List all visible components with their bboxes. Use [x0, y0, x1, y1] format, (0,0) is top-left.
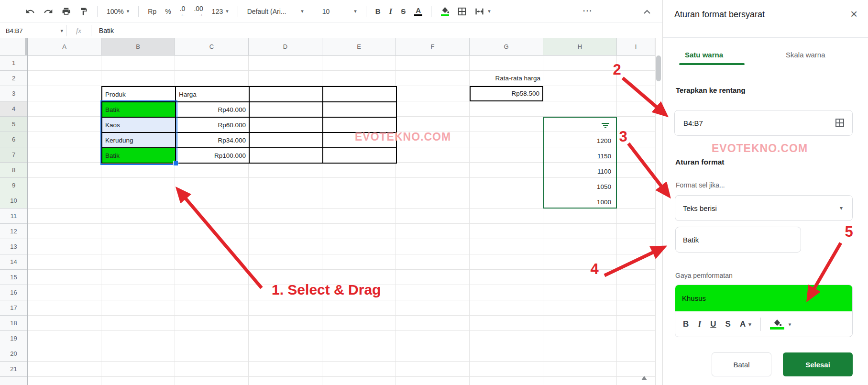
italic-button[interactable]: I — [389, 7, 393, 16]
bold-button[interactable]: B — [683, 319, 689, 329]
fill-color-button[interactable] — [770, 319, 784, 330]
cell-d6[interactable] — [249, 132, 323, 148]
tab-satu-warna[interactable]: Satu warna — [685, 51, 723, 59]
done-button[interactable]: Selesai — [783, 352, 853, 376]
cell-d7[interactable] — [249, 148, 323, 163]
merge-cells-button[interactable] — [475, 7, 484, 16]
cell-h9[interactable]: 1050 — [544, 179, 616, 194]
column-header-h[interactable]: H — [543, 38, 617, 55]
strikethrough-button[interactable]: S — [725, 319, 731, 329]
number-format-menu[interactable]: 123 ▾ — [212, 8, 229, 15]
row-header-13[interactable]: 13 — [0, 239, 27, 254]
row-header-8[interactable]: 8 — [0, 163, 27, 178]
row-header-7[interactable]: 7 — [0, 147, 27, 163]
row-header-19[interactable]: 19 — [0, 331, 27, 346]
underline-button[interactable]: U — [710, 319, 716, 329]
more-toolbar-options[interactable]: ⋯ — [582, 5, 593, 16]
cell-d4[interactable] — [249, 102, 323, 117]
cell-g3[interactable]: Rp58.500 — [470, 86, 543, 101]
cell-b6[interactable]: Kerudung — [102, 132, 176, 148]
cell-b5[interactable]: Kaos — [102, 117, 176, 132]
zoom-select[interactable]: 100% ▾ — [107, 8, 129, 15]
row-header-6[interactable]: 6 — [0, 132, 27, 147]
cell-h8[interactable]: 1100 — [544, 164, 616, 179]
text-color-button[interactable]: A — [414, 7, 422, 16]
column-header-d[interactable]: D — [249, 38, 322, 55]
row-header-14[interactable]: 14 — [0, 254, 27, 270]
italic-button[interactable]: I — [698, 319, 701, 330]
scroll-up-icon[interactable] — [641, 376, 647, 380]
strikethrough-button[interactable]: S — [401, 7, 406, 15]
cell-e4[interactable] — [323, 102, 396, 117]
vertical-scrollbar[interactable] — [655, 38, 662, 385]
cancel-button[interactable]: Batal — [712, 352, 771, 376]
borders-button[interactable] — [458, 7, 466, 16]
collapse-toolbar-icon[interactable] — [643, 8, 651, 16]
row-header-3[interactable]: 3 — [0, 86, 27, 101]
text-color-button[interactable]: A ▾ — [740, 319, 751, 329]
column-header-e[interactable]: E — [322, 38, 396, 55]
row-header-12[interactable]: 12 — [0, 224, 27, 239]
row-header-2[interactable]: 2 — [0, 71, 27, 86]
condition-text-input[interactable]: Batik — [675, 227, 801, 253]
condition-dropdown[interactable]: Teks berisi ▾ — [675, 195, 853, 221]
font-size-select[interactable]: 10 ▾ — [322, 8, 357, 15]
row-header-4[interactable]: 4 — [0, 101, 27, 117]
close-icon[interactable]: × — [850, 8, 857, 20]
undo-icon[interactable] — [25, 7, 35, 16]
row-header-20[interactable]: 20 — [0, 346, 27, 362]
row-header-17[interactable]: 17 — [0, 300, 27, 316]
fill-color-button[interactable] — [441, 7, 449, 16]
row-header-21[interactable]: 21 — [0, 362, 27, 377]
fill-handle[interactable] — [173, 161, 178, 166]
column-header-g[interactable]: G — [470, 38, 543, 55]
cell-c3[interactable]: Harga — [176, 87, 249, 102]
row-header-10[interactable]: 10 — [0, 193, 27, 209]
bold-button[interactable]: B — [375, 7, 381, 15]
currency-format-button[interactable]: Rp — [148, 8, 156, 15]
cell-e3[interactable] — [323, 87, 396, 102]
decrease-decimal-button[interactable]: .0 ← — [180, 6, 186, 17]
row-header-11[interactable]: 11 — [0, 209, 27, 224]
filtered-range[interactable]: 1200 1150 1100 1050 1000 — [543, 117, 617, 209]
select-range-icon[interactable] — [835, 118, 845, 128]
column-header-c[interactable]: C — [175, 38, 249, 55]
row-header-1[interactable]: 1 — [0, 55, 27, 71]
cell-b7[interactable]: Batik — [102, 148, 176, 163]
column-header-i[interactable]: I — [617, 38, 655, 55]
select-all-corner[interactable] — [0, 38, 28, 55]
cell-e7[interactable] — [323, 148, 396, 163]
name-box[interactable]: B4:B7 ▾ — [0, 27, 63, 34]
row-header-9[interactable]: 9 — [0, 178, 27, 193]
formula-bar-input[interactable]: Batik — [99, 27, 114, 34]
row-header-15[interactable]: 15 — [0, 270, 27, 285]
print-icon[interactable] — [62, 7, 71, 16]
row-header-5[interactable]: 5 — [0, 117, 27, 132]
tab-skala-warna[interactable]: Skala warna — [786, 51, 825, 59]
row-header-18[interactable]: 18 — [0, 316, 27, 331]
column-header-a[interactable]: A — [28, 38, 101, 55]
cell-b4[interactable]: Batik — [102, 102, 176, 117]
range-input[interactable]: B4:B7 — [674, 110, 853, 136]
column-header-b[interactable]: B — [101, 38, 175, 55]
cell-c4[interactable]: Rp40.000 — [176, 102, 249, 117]
cell-h6[interactable]: 1200 — [544, 133, 616, 148]
filter-icon[interactable] — [602, 123, 609, 128]
increase-decimal-button[interactable]: .00 → — [194, 6, 203, 17]
cell-h10[interactable]: 1000 — [544, 194, 616, 209]
font-family-select[interactable]: Default (Ari... ▾ — [247, 8, 304, 15]
row-header-16[interactable]: 16 — [0, 285, 27, 300]
chevron-down-icon[interactable]: ▾ — [488, 8, 491, 14]
redo-icon[interactable] — [44, 7, 53, 16]
cell-c5[interactable]: Rp60.000 — [176, 117, 249, 132]
column-header-f[interactable]: F — [396, 38, 470, 55]
paint-format-icon[interactable] — [79, 7, 88, 16]
scrollbar-thumb[interactable] — [656, 55, 661, 81]
percent-format-button[interactable]: % — [165, 8, 171, 15]
cell-g2[interactable]: Rata-rata harga — [470, 71, 540, 86]
cell-d5[interactable] — [249, 117, 323, 132]
cell-h7[interactable]: 1150 — [544, 148, 616, 164]
cell-c7[interactable]: Rp100.000 — [176, 148, 249, 163]
cell-d3[interactable] — [249, 87, 323, 102]
cell-h5[interactable] — [544, 118, 616, 133]
